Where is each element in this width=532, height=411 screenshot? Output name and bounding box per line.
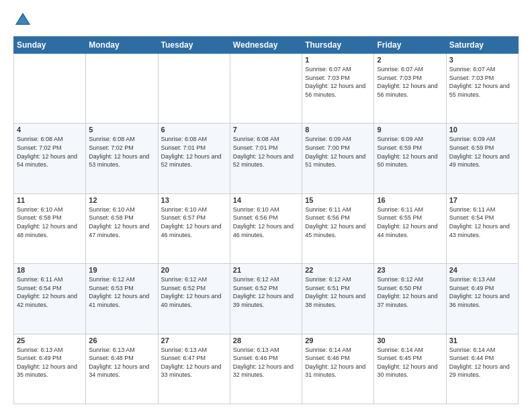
weekday-saturday: Saturday	[446, 37, 518, 54]
day-number: 19	[89, 266, 154, 274]
day-info: Sunrise: 6:14 AM Sunset: 6:46 PM Dayligh…	[305, 346, 371, 379]
day-number: 25	[17, 336, 83, 345]
day-number: 17	[449, 196, 515, 204]
day-number: 18	[17, 266, 83, 274]
day-cell-15: 15Sunrise: 6:11 AM Sunset: 6:56 PM Dayli…	[302, 193, 374, 263]
day-number: 10	[449, 126, 515, 134]
day-info: Sunrise: 6:13 AM Sunset: 6:46 PM Dayligh…	[233, 346, 299, 379]
day-number: 21	[233, 266, 299, 274]
empty-cell	[158, 54, 230, 124]
day-info: Sunrise: 6:08 AM Sunset: 7:02 PM Dayligh…	[17, 135, 83, 169]
day-info: Sunrise: 6:13 AM Sunset: 6:49 PM Dayligh…	[17, 346, 83, 379]
weekday-tuesday: Tuesday	[158, 37, 230, 54]
day-cell-18: 18Sunrise: 6:11 AM Sunset: 6:54 PM Dayli…	[14, 264, 86, 334]
day-number: 29	[305, 336, 371, 345]
calendar-table: SundayMondayTuesdayWednesdayThursdayFrid…	[13, 36, 519, 404]
day-cell-26: 26Sunrise: 6:13 AM Sunset: 6:48 PM Dayli…	[86, 334, 158, 404]
day-cell-13: 13Sunrise: 6:10 AM Sunset: 6:57 PM Dayli…	[158, 193, 230, 263]
day-cell-31: 31Sunrise: 6:14 AM Sunset: 6:44 PM Dayli…	[446, 334, 518, 404]
day-number: 7	[233, 126, 299, 134]
day-info: Sunrise: 6:13 AM Sunset: 6:47 PM Dayligh…	[161, 346, 227, 379]
week-row-2: 4Sunrise: 6:08 AM Sunset: 7:02 PM Daylig…	[14, 124, 519, 193]
weekday-monday: Monday	[86, 37, 158, 54]
day-info: Sunrise: 6:08 AM Sunset: 7:02 PM Dayligh…	[89, 135, 154, 169]
page: SundayMondayTuesdayWednesdayThursdayFrid…	[0, 0, 532, 411]
day-cell-9: 9Sunrise: 6:09 AM Sunset: 6:59 PM Daylig…	[374, 124, 446, 193]
weekday-wednesday: Wednesday	[230, 37, 302, 54]
day-cell-25: 25Sunrise: 6:13 AM Sunset: 6:49 PM Dayli…	[14, 334, 86, 404]
logo-icon	[13, 11, 32, 30]
day-info: Sunrise: 6:10 AM Sunset: 6:58 PM Dayligh…	[17, 205, 83, 239]
day-info: Sunrise: 6:08 AM Sunset: 7:01 PM Dayligh…	[161, 135, 227, 169]
day-info: Sunrise: 6:12 AM Sunset: 6:53 PM Dayligh…	[89, 275, 154, 309]
day-cell-7: 7Sunrise: 6:08 AM Sunset: 7:01 PM Daylig…	[230, 124, 302, 193]
day-number: 24	[449, 266, 515, 274]
day-info: Sunrise: 6:07 AM Sunset: 7:03 PM Dayligh…	[377, 65, 443, 99]
day-cell-2: 2Sunrise: 6:07 AM Sunset: 7:03 PM Daylig…	[374, 54, 446, 124]
day-info: Sunrise: 6:10 AM Sunset: 6:57 PM Dayligh…	[161, 205, 227, 239]
day-cell-24: 24Sunrise: 6:13 AM Sunset: 6:49 PM Dayli…	[446, 264, 518, 334]
empty-cell	[86, 54, 158, 124]
day-info: Sunrise: 6:09 AM Sunset: 6:59 PM Dayligh…	[377, 135, 443, 169]
day-number: 9	[377, 126, 443, 134]
day-number: 31	[449, 336, 515, 345]
day-info: Sunrise: 6:11 AM Sunset: 6:56 PM Dayligh…	[305, 205, 371, 239]
day-info: Sunrise: 6:07 AM Sunset: 7:03 PM Dayligh…	[449, 65, 515, 99]
day-cell-11: 11Sunrise: 6:10 AM Sunset: 6:58 PM Dayli…	[14, 193, 86, 263]
day-number: 5	[89, 126, 154, 134]
day-number: 26	[89, 336, 154, 345]
day-number: 11	[17, 196, 83, 204]
day-number: 27	[161, 336, 227, 345]
day-info: Sunrise: 6:11 AM Sunset: 6:55 PM Dayligh…	[377, 205, 443, 239]
day-info: Sunrise: 6:11 AM Sunset: 6:54 PM Dayligh…	[17, 275, 83, 309]
day-number: 6	[161, 126, 227, 134]
day-info: Sunrise: 6:13 AM Sunset: 6:48 PM Dayligh…	[89, 346, 154, 379]
day-number: 22	[305, 266, 371, 274]
empty-cell	[14, 54, 86, 124]
day-cell-12: 12Sunrise: 6:10 AM Sunset: 6:58 PM Dayli…	[86, 193, 158, 263]
logo	[13, 11, 35, 30]
weekday-sunday: Sunday	[14, 37, 86, 54]
day-info: Sunrise: 6:07 AM Sunset: 7:03 PM Dayligh…	[305, 65, 371, 99]
day-number: 28	[233, 336, 299, 345]
day-cell-20: 20Sunrise: 6:12 AM Sunset: 6:52 PM Dayli…	[158, 264, 230, 334]
header	[13, 11, 519, 30]
day-info: Sunrise: 6:13 AM Sunset: 6:49 PM Dayligh…	[449, 275, 515, 309]
day-cell-30: 30Sunrise: 6:14 AM Sunset: 6:45 PM Dayli…	[374, 334, 446, 404]
day-info: Sunrise: 6:10 AM Sunset: 6:56 PM Dayligh…	[233, 205, 299, 239]
day-info: Sunrise: 6:12 AM Sunset: 6:51 PM Dayligh…	[305, 275, 371, 309]
day-info: Sunrise: 6:12 AM Sunset: 6:52 PM Dayligh…	[161, 275, 227, 309]
day-number: 16	[377, 196, 443, 204]
weekday-header-row: SundayMondayTuesdayWednesdayThursdayFrid…	[14, 37, 519, 54]
day-cell-27: 27Sunrise: 6:13 AM Sunset: 6:47 PM Dayli…	[158, 334, 230, 404]
day-info: Sunrise: 6:12 AM Sunset: 6:50 PM Dayligh…	[377, 275, 443, 309]
day-info: Sunrise: 6:09 AM Sunset: 7:00 PM Dayligh…	[305, 135, 371, 169]
week-row-5: 25Sunrise: 6:13 AM Sunset: 6:49 PM Dayli…	[14, 334, 519, 404]
day-number: 13	[161, 196, 227, 204]
day-cell-8: 8Sunrise: 6:09 AM Sunset: 7:00 PM Daylig…	[302, 124, 374, 193]
day-cell-10: 10Sunrise: 6:09 AM Sunset: 6:59 PM Dayli…	[446, 124, 518, 193]
day-cell-21: 21Sunrise: 6:12 AM Sunset: 6:52 PM Dayli…	[230, 264, 302, 334]
day-number: 2	[377, 56, 443, 64]
day-info: Sunrise: 6:14 AM Sunset: 6:44 PM Dayligh…	[449, 346, 515, 379]
week-row-1: 1Sunrise: 6:07 AM Sunset: 7:03 PM Daylig…	[14, 54, 519, 124]
day-info: Sunrise: 6:11 AM Sunset: 6:54 PM Dayligh…	[449, 205, 515, 239]
day-number: 30	[377, 336, 443, 345]
day-number: 20	[161, 266, 227, 274]
weekday-friday: Friday	[374, 37, 446, 54]
day-cell-16: 16Sunrise: 6:11 AM Sunset: 6:55 PM Dayli…	[374, 193, 446, 263]
day-number: 12	[89, 196, 154, 204]
day-cell-23: 23Sunrise: 6:12 AM Sunset: 6:50 PM Dayli…	[374, 264, 446, 334]
day-cell-29: 29Sunrise: 6:14 AM Sunset: 6:46 PM Dayli…	[302, 334, 374, 404]
empty-cell	[230, 54, 302, 124]
day-cell-17: 17Sunrise: 6:11 AM Sunset: 6:54 PM Dayli…	[446, 193, 518, 263]
day-number: 14	[233, 196, 299, 204]
day-cell-3: 3Sunrise: 6:07 AM Sunset: 7:03 PM Daylig…	[446, 54, 518, 124]
day-number: 23	[377, 266, 443, 274]
day-cell-19: 19Sunrise: 6:12 AM Sunset: 6:53 PM Dayli…	[86, 264, 158, 334]
day-info: Sunrise: 6:10 AM Sunset: 6:58 PM Dayligh…	[89, 205, 154, 239]
day-info: Sunrise: 6:14 AM Sunset: 6:45 PM Dayligh…	[377, 346, 443, 379]
day-number: 15	[305, 196, 371, 204]
day-info: Sunrise: 6:09 AM Sunset: 6:59 PM Dayligh…	[449, 135, 515, 169]
day-cell-28: 28Sunrise: 6:13 AM Sunset: 6:46 PM Dayli…	[230, 334, 302, 404]
